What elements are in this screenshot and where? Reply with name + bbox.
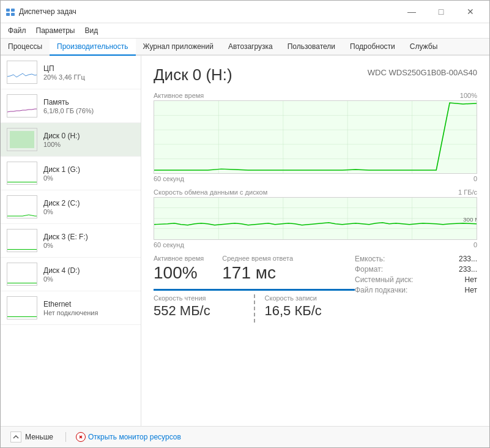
app-icon: [6, 7, 15, 17]
open-monitor-link[interactable]: Открыть монитор ресурсов: [76, 432, 181, 442]
disk0-info: Диск 0 (H:) 100%: [43, 132, 135, 148]
task-manager-window: Диспетчер задач — □ ✕ Файл Параметры Вид…: [0, 0, 490, 448]
chart1-label: Активное время 100%: [154, 92, 477, 99]
write-speed-value: 16,5 КБ/с: [265, 303, 355, 319]
tab-performance[interactable]: Производительность: [50, 39, 135, 56]
read-speed-value: 552 МБ/с: [154, 303, 244, 319]
chart2-label: Скорость обмена данными с диском 1 ГБ/с: [154, 189, 477, 196]
ethernet-info: Ethernet Нет подключения: [43, 300, 135, 316]
bottom-bar: Меньше Открыть монитор ресурсов: [1, 426, 489, 447]
disk1-name: Диск 1 (G:): [43, 165, 135, 174]
speed-divider: [254, 294, 255, 323]
disk2-info: Диск 2 (C:) 0%: [43, 199, 135, 215]
sidebar: ЦП 20% 3,46 ГГц Память 6,1/8,0 ГБ (76%): [1, 56, 141, 426]
chart1-container: [154, 100, 477, 174]
minimize-button[interactable]: —: [398, 4, 426, 19]
memory-info: Память 6,1/8,0 ГБ (76%): [43, 98, 135, 114]
content-panel: Диск 0 (H:) WDC WDS250G1B0B-00AS40 Актив…: [141, 56, 489, 426]
cpu-sub: 20% 3,46 ГГц: [43, 73, 135, 81]
disk-model: WDC WDS250G1B0B-00AS40: [368, 68, 477, 77]
ethernet-name: Ethernet: [43, 300, 135, 308]
memory-sub: 6,1/8,0 ГБ (76%): [43, 107, 135, 114]
svg-text:300 МБ/с: 300 МБ/с: [463, 217, 477, 222]
menu-file[interactable]: Файл: [3, 24, 31, 37]
svg-rect-1: [11, 9, 15, 12]
disk3-name: Диск 3 (E: F:): [43, 233, 135, 241]
monitor-icon: [76, 432, 86, 442]
menu-params[interactable]: Параметры: [31, 24, 80, 37]
sidebar-item-disk2[interactable]: Диск 2 (C:) 0%: [1, 190, 141, 224]
response-value: 171 мс: [222, 263, 293, 283]
tab-startup[interactable]: Автозагрузка: [221, 39, 280, 56]
content-header: Диск 0 (H:) WDC WDS250G1B0B-00AS40: [154, 65, 477, 84]
disk0-thumb: [7, 128, 37, 151]
less-button[interactable]: Меньше: [8, 430, 56, 444]
chart1-bottom: 60 секунд 0: [154, 175, 477, 182]
info-format: Формат: 233...: [355, 265, 477, 274]
read-speed-stat: Скорость чтения 552 МБ/с: [154, 291, 244, 323]
memory-thumb: [7, 94, 37, 118]
ethernet-thumb: [7, 296, 37, 319]
svg-rect-3: [11, 13, 15, 16]
maximize-button[interactable]: □: [427, 4, 455, 19]
close-button[interactable]: ✕: [456, 4, 484, 19]
svg-rect-0: [6, 9, 10, 12]
disk3-info: Диск 3 (E: F:) 0%: [43, 233, 135, 249]
disk4-name: Диск 4 (D:): [43, 266, 135, 275]
disk0-sub: 100%: [43, 141, 135, 148]
disk2-thumb: [7, 195, 37, 218]
stats-section: Активное время 100% Среднее время ответа…: [154, 255, 477, 323]
menu-bar: Файл Параметры Вид: [1, 23, 489, 39]
disk1-sub: 0%: [43, 174, 135, 182]
chart2-bottom: 60 секунд 0: [154, 241, 477, 248]
sidebar-item-ethernet[interactable]: Ethernet Нет подключения: [1, 291, 141, 325]
info-pagefile: Файл подкачки: Нет: [355, 286, 477, 294]
window-title: Диспетчер задач: [19, 7, 398, 16]
chart-active-time: Активное время 100%: [154, 92, 477, 182]
disk-title: Диск 0 (H:): [154, 65, 232, 84]
tab-apphistory[interactable]: Журнал приложений: [136, 39, 221, 56]
sidebar-item-memory[interactable]: Память 6,1/8,0 ГБ (76%): [1, 89, 141, 123]
tab-users[interactable]: Пользователи: [280, 39, 343, 56]
content-title-block: Диск 0 (H:): [154, 65, 232, 84]
response-label: Среднее время ответа: [222, 255, 293, 262]
sidebar-item-disk3[interactable]: Диск 3 (E: F:) 0%: [1, 224, 141, 258]
active-time-value: 100%: [154, 263, 204, 283]
tab-processes[interactable]: Процессы: [1, 39, 50, 56]
disk2-sub: 0%: [43, 208, 135, 215]
chevron-up-icon: [10, 431, 21, 442]
active-time-label: Активное время: [154, 255, 204, 262]
menu-view[interactable]: Вид: [80, 24, 103, 37]
window-controls: — □ ✕: [398, 4, 484, 19]
tab-details[interactable]: Подробности: [343, 39, 403, 56]
bottom-divider: [65, 432, 66, 442]
disk4-sub: 0%: [43, 275, 135, 283]
disk4-info: Диск 4 (D:) 0%: [43, 266, 135, 283]
disk2-name: Диск 2 (C:): [43, 199, 135, 207]
info-block: Емкость: 233... Формат: 233... Системный…: [355, 255, 477, 323]
disk4-thumb: [7, 263, 37, 286]
svg-rect-2: [6, 13, 10, 16]
info-capacity: Емкость: 233...: [355, 255, 477, 263]
main-content: ЦП 20% 3,46 ГГц Память 6,1/8,0 ГБ (76%): [1, 56, 489, 426]
tab-services[interactable]: Службы: [403, 39, 445, 56]
memory-name: Память: [43, 98, 135, 106]
chart-transfer-speed: Скорость обмена данными с диском 1 ГБ/с: [154, 189, 477, 248]
info-system-disk: Системный диск: Нет: [355, 275, 477, 284]
disk1-info: Диск 1 (G:) 0%: [43, 165, 135, 182]
top-stats: Активное время 100% Среднее время ответа…: [154, 255, 355, 283]
speed-stats: Скорость чтения 552 МБ/с Скорость записи…: [154, 289, 355, 323]
write-speed-stat: Скорость записи 16,5 КБ/с: [265, 291, 355, 323]
disk3-thumb: [7, 229, 37, 252]
tab-bar: Процессы Производительность Журнал прило…: [1, 39, 489, 56]
sidebar-item-cpu[interactable]: ЦП 20% 3,46 ГГц: [1, 56, 141, 89]
disk0-name: Диск 0 (H:): [43, 132, 135, 140]
title-bar: Диспетчер задач — □ ✕: [1, 1, 489, 23]
sidebar-item-disk4[interactable]: Диск 4 (D:) 0%: [1, 258, 141, 291]
sidebar-item-disk0[interactable]: Диск 0 (H:) 100%: [1, 123, 141, 157]
disk3-sub: 0%: [43, 242, 135, 249]
sidebar-item-disk1[interactable]: Диск 1 (G:) 0%: [1, 157, 141, 190]
write-speed-label: Скорость записи: [265, 294, 355, 302]
cpu-info: ЦП 20% 3,46 ГГц: [43, 64, 135, 81]
cpu-name: ЦП: [43, 64, 135, 73]
